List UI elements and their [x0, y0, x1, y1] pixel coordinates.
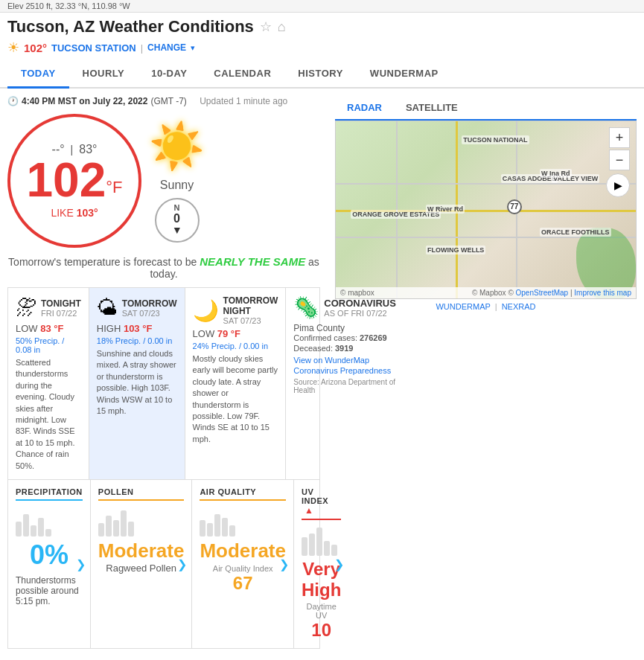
tonight-weather-icon: ⛈: [16, 295, 36, 320]
coronavirus-icon: 🦠: [293, 295, 319, 320]
improve-map-link[interactable]: Improve this map: [574, 289, 631, 297]
panel-air-quality: AIR QUALITY Moderate Air Quality Index 6…: [192, 480, 294, 648]
tab-wundermap[interactable]: WUNDERMAP: [357, 60, 452, 89]
tonight-temp: LOW 83 °F: [16, 323, 81, 334]
change-button[interactable]: CHANGE: [147, 42, 186, 53]
temp-circle: --° | 83° 102°F LIKE 103°: [7, 114, 141, 248]
panel-pollen: POLLEN Moderate Ragweed Pollen ❯: [91, 480, 193, 648]
bar-4: [222, 518, 228, 536]
nexrad-link[interactable]: NEXRAD: [502, 302, 536, 311]
tab-10day[interactable]: 10-DAY: [138, 60, 200, 89]
bar-5: [45, 529, 51, 536]
compass-value: 0: [173, 212, 180, 225]
precip-title: PRECIPITATION: [16, 487, 83, 501]
tab-today[interactable]: TODAY: [7, 60, 69, 89]
wundermap-map-link[interactable]: WUNDERMAP: [436, 302, 490, 311]
panel-uv-index: UV INDEX ▲ Very High Daytime UV 10 ❯: [294, 480, 348, 648]
bar-3: [113, 520, 119, 536]
map-controls: + −: [609, 127, 630, 170]
elevation-bar: Elev 2510 ft, 32.33 °N, 110.98 °W: [0, 0, 644, 13]
forecast-card-tomorrow: 🌤 TOMORROW SAT 07/23 HIGH 103 °F 18% Pre…: [89, 288, 185, 479]
condition-text: Sunny: [160, 179, 194, 192]
tomorrow-date: SAT 07/23: [122, 309, 177, 318]
bar-1: [200, 520, 205, 536]
air-bars: [200, 507, 286, 536]
main-content: 🕐 4:40 PM MST on July 22, 2022 (GMT -7) …: [0, 89, 644, 656]
compass-arrow-icon: ▲: [172, 225, 182, 237]
bar-3: [31, 525, 36, 536]
map-link-sep: |: [495, 302, 497, 311]
tomorrow-precip[interactable]: 18% Precip. / 0.00 in: [97, 336, 177, 345]
home-icon[interactable]: ⌂: [278, 19, 286, 35]
tomorrow-night-precip[interactable]: 24% Precip. / 0.00 in: [193, 342, 278, 350]
right-panel: RADAR SATELLITE 77 TUCSON NATIONAL CASAS…: [328, 89, 644, 656]
tonight-precip[interactable]: 50% Precip. / 0.08 in: [16, 336, 81, 354]
air-quality-sub-label: Air Quality Index: [200, 564, 286, 573]
tomorrow-night-desc: Mostly cloudy skies early will become pa…: [193, 353, 278, 445]
tab-satellite[interactable]: SATELLITE: [394, 96, 470, 119]
air-arrow-icon[interactable]: ❯: [279, 557, 289, 571]
precip-value: 0%: [16, 539, 83, 571]
compass: N 0 ▲: [155, 198, 200, 243]
city-header: Tucson, AZ Weather Conditions ☆ ⌂: [0, 13, 644, 38]
bar-4: [121, 510, 127, 536]
bar-2: [309, 534, 315, 556]
precip-arrow-icon[interactable]: ❯: [76, 557, 86, 571]
air-quality-value: Moderate: [200, 539, 286, 563]
map-zoom-in-button[interactable]: +: [609, 127, 630, 148]
map-attribution: © Mapbox © OpenStreetMap | Improve this …: [472, 289, 631, 297]
tab-history[interactable]: HISTORY: [284, 60, 357, 89]
pollen-value: Moderate: [98, 539, 185, 563]
bar-4: [324, 541, 330, 556]
temp-main-value: 102: [26, 153, 106, 207]
temp-main-container: 102°F: [26, 156, 122, 204]
timestamp: 🕐 4:40 PM MST on July 22, 2022 (GMT -7) …: [7, 96, 320, 106]
openstreetmap-link[interactable]: OpenStreetMap: [516, 289, 569, 297]
timestamp-text: 4:40 PM MST on July 22, 2022: [22, 96, 147, 106]
bar-2: [106, 516, 112, 536]
tomorrow-night-weather-icon: 🌙: [193, 298, 219, 323]
tomorrow-night-temp: LOW 79 °F: [193, 328, 278, 339]
compass-north-label: N: [174, 203, 180, 212]
tomorrow-night-label: TOMORROW NIGHT: [223, 295, 278, 316]
tomorrow-weather-icon: 🌤: [97, 295, 118, 320]
temp-like-val: 103°: [77, 207, 98, 219]
station-name[interactable]: TUCSON STATION: [51, 42, 136, 54]
precip-bars: [16, 507, 83, 536]
uv-arrow-icon[interactable]: ❯: [334, 557, 344, 571]
aqi-number: 67: [200, 573, 286, 594]
change-arrow-icon: ▾: [191, 43, 195, 53]
elevation-text: Elev 2510 ft, 32.33 °N, 110.98 °W: [7, 1, 130, 10]
pollen-arrow-icon[interactable]: ❯: [177, 557, 187, 571]
map-label-flowing: FLOWING WELLS: [426, 246, 486, 254]
pollen-bars: [98, 507, 185, 536]
tab-hourly[interactable]: HOURLY: [69, 60, 138, 89]
map-label-ina: W Ina Rd: [540, 169, 572, 178]
map-play-button[interactable]: ▶: [606, 173, 630, 197]
tab-radar[interactable]: RADAR: [335, 96, 394, 121]
city-title: Tucson, AZ Weather Conditions: [7, 17, 254, 36]
uv-warning-icon: ▲: [305, 505, 313, 516]
uv-number: 10: [302, 620, 341, 641]
map-label-national: TUCSON NATIONAL: [462, 135, 529, 144]
tab-calendar[interactable]: CALENDAR: [200, 60, 284, 89]
forecast-card-tonight: ⛈ TONIGHT FRI 07/22 LOW 83 °F 50% Precip…: [8, 288, 89, 479]
temp-like: LIKE 103°: [51, 207, 98, 219]
forecast-pre: Tomorrow's temperature is forecast to be: [8, 256, 197, 268]
tomorrow-desc: Sunshine and clouds mixed. A stray showe…: [97, 348, 177, 417]
station-bar: ☀ 102° TUCSON STATION | CHANGE ▾: [0, 38, 644, 60]
nav-tabs: TODAY HOURLY 10-DAY CALENDAR HISTORY WUN…: [0, 60, 644, 89]
pollen-title: POLLEN: [98, 487, 185, 501]
weather-display: --° | 83° 102°F LIKE 103° ☀️ Sunny N 0: [7, 114, 320, 248]
weather-right: ☀️ Sunny N 0 ▲: [149, 120, 205, 243]
card-header-tonight: ⛈ TONIGHT FRI 07/22: [16, 295, 81, 320]
mapbox-logo: © mapbox: [340, 289, 374, 297]
star-icon[interactable]: ☆: [260, 19, 272, 35]
sun-graphic: ☀️: [149, 120, 205, 173]
bottom-panels: PRECIPITATION 0% Thunderstorms possible …: [7, 480, 320, 649]
bar-4: [38, 518, 44, 536]
bar-5: [229, 525, 235, 536]
map-zoom-out-button[interactable]: −: [609, 150, 630, 170]
map-background: 77 TUCSON NATIONAL CASAS ADOBES VALLEY V…: [336, 121, 636, 298]
timezone-text: (GMT -7): [150, 96, 186, 106]
